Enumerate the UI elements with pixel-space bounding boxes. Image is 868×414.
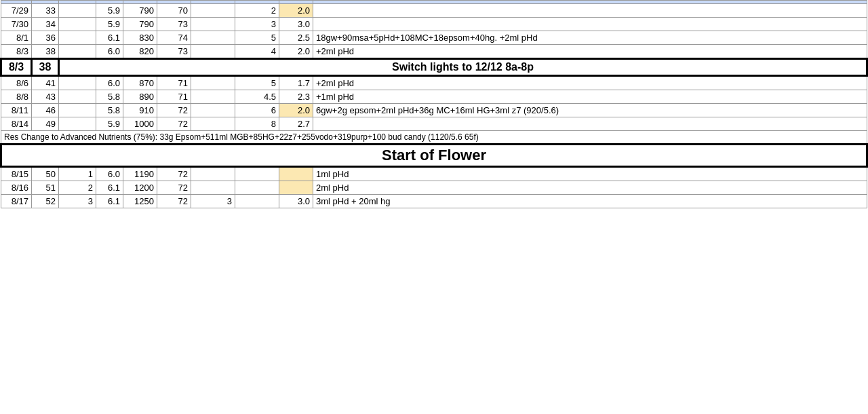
cell-ppm: 790 [123,4,157,18]
cell-temp: 72 [157,117,191,131]
cell-nutes-added [235,167,279,181]
cell-day: 46 [32,104,59,117]
cell-comments [313,4,867,18]
cell-day-flwr [59,4,96,18]
cell-date: 8/8 [1,90,32,104]
cell-day-flwr: 1 [59,167,96,181]
cell-temp: 71 [157,90,191,104]
cell-water-added [191,4,235,18]
table-row: 7/30345.97907333.0 [1,18,867,31]
cell-date: 8/6 [1,76,32,90]
cell-ppm: 1250 [123,195,157,208]
table-row: Res Change to Advanced Nutrients (75%): … [1,131,867,145]
cell-temp: 70 [157,4,191,18]
cell-comments [313,117,867,131]
cell-water-added [191,76,235,90]
cell-nutes-added: 6 [235,104,279,117]
cell-water-added [191,90,235,104]
cell-temp: 73 [157,18,191,31]
cell-water-added [191,31,235,45]
cell-water-added [191,167,235,181]
res-change-text: Res Change to Advanced Nutrients (75%): … [1,131,867,145]
cell-comments: 1ml pHd [313,167,867,181]
cell-nutes-added: 3 [235,18,279,31]
cell-water-added [191,18,235,31]
cell-water-added [191,117,235,131]
cell-day: 49 [32,117,59,131]
cell-nutes-added: 4 [235,45,279,59]
cell-day: 50 [32,167,59,181]
switch-day: 38 [32,59,59,76]
cell-temp: 72 [157,167,191,181]
table-row: 8/175236.112507233.03ml pHd + 20ml hg [1,195,867,208]
cell-gpd: 3.0 [279,18,313,31]
table-row: Start of Flower [1,145,867,167]
cell-comments: 18gw+90msa+5pHd+108MC+18epsom+40hg. +2ml… [313,31,867,45]
cell-date: 8/3 [1,45,32,59]
cell-day: 43 [32,90,59,104]
cell-water-added [191,104,235,117]
cell-temp: 73 [157,45,191,59]
cell-gpd: 1.7 [279,76,313,90]
cell-water-added: 3 [191,195,235,208]
cell-day: 38 [32,45,59,59]
table-row: 8/3386.08207342.0+2ml pHd [1,45,867,59]
cell-gpd: 2.0 [279,4,313,18]
cell-temp: 72 [157,104,191,117]
cell-gpd: 3.0 [279,195,313,208]
cell-day-flwr [59,45,96,59]
cell-ppm: 1190 [123,167,157,181]
cell-date: 8/16 [1,181,32,195]
cell-day: 51 [32,181,59,195]
table-row: 8/6416.08707151.7+2ml pHd [1,76,867,90]
table-row: 8/155016.01190721ml pHd [1,167,867,181]
table-row: 8/165126.11200722ml pHd [1,181,867,195]
cell-ph: 5.9 [96,117,123,131]
cell-gpd: 2.5 [279,31,313,45]
cell-date: 8/15 [1,167,32,181]
cell-ppm: 790 [123,18,157,31]
cell-day-flwr: 2 [59,181,96,195]
table-row: 8/14495.910007282.7 [1,117,867,131]
cell-gpd: 2.7 [279,117,313,131]
table-row: 8/338Switch lights to 12/12 8a-8p [1,59,867,76]
cell-day-flwr: 3 [59,195,96,208]
cell-comments: 2ml pHd [313,181,867,195]
cell-ph: 6.1 [96,181,123,195]
cell-gpd: 2.0 [279,104,313,117]
cell-nutes-added: 5 [235,76,279,90]
cell-nutes-added [235,181,279,195]
cell-ppm: 830 [123,31,157,45]
cell-gpd: 2.0 [279,45,313,59]
cell-day: 36 [32,31,59,45]
cell-day-flwr [59,76,96,90]
cell-day-flwr [59,104,96,117]
cell-comments [313,18,867,31]
switch-date: 8/3 [1,59,32,76]
cell-ph: 5.8 [96,90,123,104]
cell-nutes-added: 8 [235,117,279,131]
cell-date: 8/11 [1,104,32,117]
cell-gpd [279,167,313,181]
cell-day: 41 [32,76,59,90]
cell-ph: 6.0 [96,167,123,181]
cell-day: 34 [32,18,59,31]
cell-temp: 72 [157,181,191,195]
cell-temp: 71 [157,76,191,90]
cell-day: 52 [32,195,59,208]
cell-ppm: 820 [123,45,157,59]
flower-title: Start of Flower [1,145,867,167]
cell-comments: 6gw+2g epsom+2ml pHd+36g MC+16ml HG+3ml … [313,104,867,117]
cell-day-flwr [59,117,96,131]
cell-ppm: 1200 [123,181,157,195]
cell-ppm: 910 [123,104,157,117]
cell-ph: 6.1 [96,195,123,208]
table-row: 8/11465.89107262.06gw+2g epsom+2ml pHd+3… [1,104,867,117]
cell-ph: 6.0 [96,45,123,59]
table-row: 8/1366.18307452.518gw+90msa+5pHd+108MC+1… [1,31,867,45]
cell-gpd: 2.3 [279,90,313,104]
cell-temp: 72 [157,195,191,208]
cell-ph: 6.1 [96,31,123,45]
cell-ppm: 890 [123,90,157,104]
table-row: 8/8435.8890714.52.3+1ml pHd [1,90,867,104]
